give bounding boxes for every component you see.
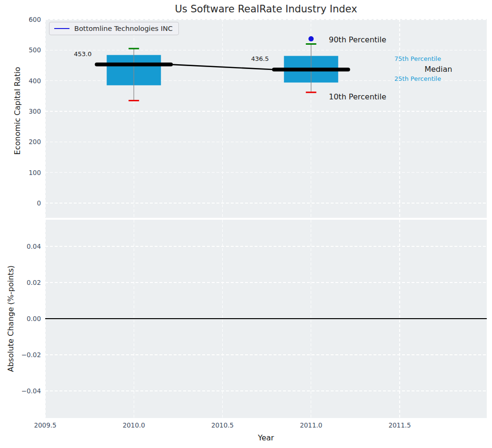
y-tick-label: 100 xyxy=(0,168,41,177)
y-tick-label: 200 xyxy=(0,137,41,146)
chart-title: Us Software RealRate Industry Index xyxy=(45,3,487,15)
median-value-label: 453.0 xyxy=(74,50,91,57)
legend-line-sample-icon xyxy=(54,28,69,29)
legend: Bottomline Technologies INC xyxy=(49,22,179,35)
y-tick-label: 400 xyxy=(0,76,41,86)
y-tick-label: 0.00 xyxy=(0,314,41,323)
y-tick-label: 600 xyxy=(0,15,41,24)
percentile-annotation: Median xyxy=(424,65,452,74)
y-tick-label: 0.04 xyxy=(0,242,41,251)
median-value-label: 436.5 xyxy=(251,55,269,62)
x-tick-label: 2010.5 xyxy=(204,421,242,429)
x-tick-label: 2009.5 xyxy=(26,421,64,429)
percentile-annotation: 75th Percentile xyxy=(394,55,441,62)
company-connector-line xyxy=(171,65,274,70)
y-tick-label: 500 xyxy=(0,45,41,55)
y-tick-label: 300 xyxy=(0,107,41,116)
percentile-annotation: 90th Percentile xyxy=(329,35,386,44)
y-tick-label: −0.02 xyxy=(0,350,41,360)
bottom-plot-area xyxy=(45,220,487,418)
gridline-horizontal xyxy=(45,246,487,246)
figure: Us Software RealRate Industry Index Econ… xyxy=(0,0,492,448)
x-tick-label: 2011.0 xyxy=(292,421,330,429)
gridline-horizontal xyxy=(45,354,487,355)
x-axis-label: Year xyxy=(45,433,487,442)
boxplot-layer xyxy=(45,19,487,218)
y-tick-label: 0 xyxy=(0,198,41,208)
y-tick-label: −0.04 xyxy=(0,386,41,396)
x-tick-label: 2011.5 xyxy=(381,421,419,429)
gridline-horizontal xyxy=(45,282,487,282)
gridline-horizontal xyxy=(45,390,487,391)
percentile-annotation: 10th Percentile xyxy=(329,92,386,101)
y-tick-label: 0.02 xyxy=(0,278,41,287)
top-plot-area xyxy=(45,19,487,218)
percentile-annotation: 25th Percentile xyxy=(394,75,441,82)
zero-reference-line xyxy=(45,318,487,319)
x-tick-label: 2010.0 xyxy=(115,421,153,429)
outlier-dot xyxy=(308,36,314,41)
legend-label: Bottomline Technologies INC xyxy=(74,25,173,32)
